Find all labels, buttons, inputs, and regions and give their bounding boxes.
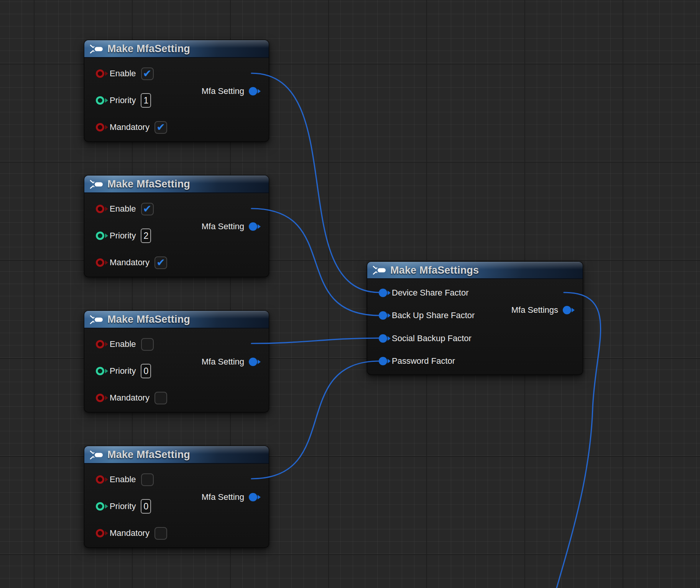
priority-input[interactable]: 2 bbox=[141, 228, 151, 243]
pin-label-mfa-setting: Mfa Setting bbox=[202, 222, 244, 232]
pin-label-mandatory: Mandatory bbox=[110, 122, 150, 132]
enable-checkbox[interactable] bbox=[141, 338, 154, 351]
pin-label-mandatory: Mandatory bbox=[110, 393, 150, 403]
pin-label-mandatory: Mandatory bbox=[110, 528, 150, 538]
enable-checkbox[interactable]: ✔ bbox=[141, 67, 154, 80]
pin-label-enable: Enable bbox=[110, 204, 136, 214]
pin-mfa-setting-out[interactable] bbox=[249, 87, 257, 95]
pin-mandatory[interactable] bbox=[96, 258, 104, 267]
priority-input[interactable]: 0 bbox=[141, 499, 151, 514]
pin-label-mfa-setting: Mfa Setting bbox=[202, 492, 244, 502]
node-header[interactable]: Make MfaSetting bbox=[84, 446, 269, 464]
pin-priority[interactable] bbox=[96, 96, 104, 105]
node-title: Make MfaSetting bbox=[107, 449, 190, 461]
node-header[interactable]: Make MfaSetting bbox=[84, 176, 269, 193]
node-header[interactable]: Make MfaSettings bbox=[367, 262, 583, 279]
mandatory-checkbox[interactable]: ✔ bbox=[154, 256, 167, 269]
pin-label-enable: Enable bbox=[110, 339, 136, 349]
make-struct-icon bbox=[90, 180, 104, 189]
pin-enable[interactable] bbox=[96, 205, 104, 213]
make-struct-icon bbox=[90, 44, 104, 54]
pin-label-mfa-setting: Mfa Setting bbox=[202, 86, 244, 96]
pin-mfa-setting-out[interactable] bbox=[249, 493, 257, 501]
enable-checkbox[interactable] bbox=[141, 473, 154, 486]
graph-canvas[interactable]: Make MfaSetting Enable ✔ Priority 1 Mand… bbox=[0, 0, 700, 588]
pin-label-priority: Priority bbox=[110, 95, 136, 105]
node-make-mfasetting-3[interactable]: Make MfaSetting Enable Priority 0 Mandat… bbox=[84, 310, 269, 412]
pin-label-back-up-share-factor: Back Up Share Factor bbox=[392, 310, 475, 320]
priority-input[interactable]: 1 bbox=[141, 93, 151, 108]
wire-setting4-to-password[interactable] bbox=[251, 361, 380, 479]
node-header[interactable]: Make MfaSetting bbox=[84, 311, 269, 328]
pin-label-priority: Priority bbox=[110, 366, 136, 376]
pin-label-social-backup-factor: Social Backup Factor bbox=[392, 333, 472, 343]
wire-setting2-to-backup-share[interactable] bbox=[251, 209, 380, 315]
enable-checkbox[interactable]: ✔ bbox=[141, 203, 154, 215]
wire-setting1-to-device-share[interactable] bbox=[251, 73, 380, 292]
node-make-mfasettings[interactable]: Make MfaSettings Device Share Factor Bac… bbox=[367, 261, 583, 375]
checkmark-icon: ✔ bbox=[143, 204, 152, 214]
pin-label-device-share-factor: Device Share Factor bbox=[392, 288, 469, 298]
pin-enable[interactable] bbox=[96, 340, 104, 348]
pin-label-password-factor: Password Factor bbox=[392, 356, 455, 366]
pin-priority[interactable] bbox=[96, 232, 104, 240]
pin-enable[interactable] bbox=[96, 69, 104, 78]
pin-enable[interactable] bbox=[96, 475, 104, 484]
checkmark-icon: ✔ bbox=[156, 257, 165, 268]
node-make-mfasetting-4[interactable]: Make MfaSetting Enable Priority 0 Mandat… bbox=[84, 446, 269, 548]
pin-label-mfa-settings: Mfa Settings bbox=[511, 305, 558, 315]
mandatory-checkbox[interactable] bbox=[154, 527, 167, 540]
checkmark-icon: ✔ bbox=[143, 68, 152, 79]
wire-setting3-to-social-backup[interactable] bbox=[251, 338, 380, 343]
pin-mandatory[interactable] bbox=[96, 394, 104, 402]
pin-label-priority: Priority bbox=[110, 231, 136, 241]
pin-label-enable: Enable bbox=[110, 475, 136, 485]
pin-mfa-setting-out[interactable] bbox=[249, 358, 257, 366]
pin-label-mandatory: Mandatory bbox=[110, 258, 150, 268]
make-struct-icon bbox=[373, 266, 386, 275]
pin-mfa-setting-out[interactable] bbox=[249, 222, 257, 231]
make-struct-icon bbox=[90, 315, 104, 324]
pin-mandatory[interactable] bbox=[96, 529, 104, 537]
priority-input[interactable]: 0 bbox=[141, 364, 151, 378]
node-make-mfasetting-2[interactable]: Make MfaSetting Enable ✔ Priority 2 Mand… bbox=[84, 175, 269, 277]
pin-label-priority: Priority bbox=[110, 501, 136, 511]
pin-label-mfa-setting: Mfa Setting bbox=[202, 357, 244, 367]
pin-mandatory[interactable] bbox=[96, 123, 104, 131]
mandatory-checkbox[interactable]: ✔ bbox=[154, 121, 167, 134]
pin-priority[interactable] bbox=[96, 502, 104, 511]
pin-label-enable: Enable bbox=[110, 69, 136, 79]
node-title: Make MfaSettings bbox=[390, 264, 479, 276]
make-struct-icon bbox=[90, 450, 104, 460]
node-make-mfasetting-1[interactable]: Make MfaSetting Enable ✔ Priority 1 Mand… bbox=[84, 40, 269, 142]
checkmark-icon: ✔ bbox=[156, 122, 165, 132]
node-title: Make MfaSetting bbox=[107, 43, 190, 55]
node-title: Make MfaSetting bbox=[107, 178, 190, 190]
pin-priority[interactable] bbox=[96, 367, 104, 375]
node-header[interactable]: Make MfaSetting bbox=[84, 40, 269, 58]
mandatory-checkbox[interactable] bbox=[154, 392, 167, 404]
node-title: Make MfaSetting bbox=[107, 314, 190, 325]
pin-mfa-settings-out[interactable] bbox=[563, 306, 571, 314]
